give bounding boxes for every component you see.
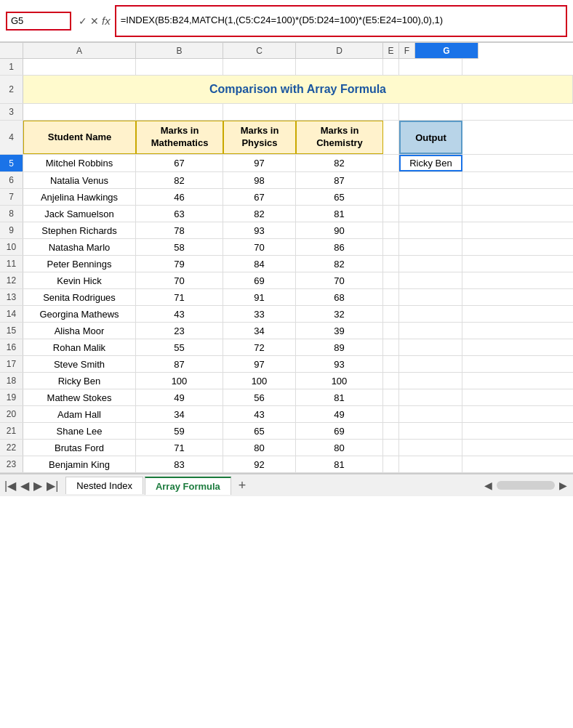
cell-reference[interactable]: G5 [6, 12, 71, 31]
cell-name-14[interactable]: Georgina Mathews [23, 306, 136, 322]
checkmark-icon[interactable]: ✓ [79, 15, 87, 27]
cell-output-22[interactable] [399, 440, 462, 456]
cell-physics-7[interactable]: 67 [223, 189, 296, 205]
cell-physics-8[interactable]: 82 [223, 206, 296, 222]
cell-chemistry-22[interactable]: 80 [296, 440, 383, 456]
cell-F-23[interactable] [383, 456, 399, 472]
cell-physics-6[interactable]: 98 [223, 172, 296, 188]
cell-math-9[interactable]: 78 [136, 222, 223, 238]
cell-name-8[interactable]: Jack Samuelson [23, 206, 136, 222]
cell-name-22[interactable]: Brutas Ford [23, 440, 136, 456]
cell-name-15[interactable]: Alisha Moor [23, 323, 136, 339]
cell-F4[interactable] [383, 121, 399, 154]
cell-physics-5[interactable]: 97 [223, 155, 296, 171]
cell-chemistry-13[interactable]: 68 [296, 289, 383, 305]
scroll-track[interactable] [497, 481, 555, 490]
formula-input[interactable]: =INDEX(B5:B24,MATCH(1,(C5:C24=100)*(D5:D… [115, 5, 567, 37]
cell-math-14[interactable]: 43 [136, 306, 223, 322]
cell-F-7[interactable] [383, 189, 399, 205]
cell-F-17[interactable] [383, 356, 399, 372]
cell-chemistry-8[interactable]: 81 [296, 206, 383, 222]
cell-output-18[interactable] [399, 373, 462, 389]
cell-physics-10[interactable]: 70 [223, 239, 296, 255]
tab-array-formula[interactable]: Array Formula [145, 477, 231, 495]
cell-math-16[interactable]: 55 [136, 339, 223, 355]
tab-nested-index[interactable]: Nested Index [65, 477, 143, 494]
cell-chemistry-17[interactable]: 93 [296, 356, 383, 372]
cell-F-22[interactable] [383, 440, 399, 456]
cell-G3[interactable] [399, 104, 462, 120]
cell-physics-9[interactable]: 93 [223, 222, 296, 238]
cell-name-17[interactable]: Steve Smith [23, 356, 136, 372]
cell-output-8[interactable] [399, 206, 462, 222]
col-header-C[interactable]: C [223, 43, 296, 59]
cell-F3[interactable] [383, 104, 399, 120]
tab-nav-right-right[interactable]: ▶| [45, 479, 60, 493]
cell-G1[interactable] [399, 59, 462, 75]
tab-navigation[interactable]: |◀ ◀ ▶ ▶| [3, 479, 60, 493]
cell-name-11[interactable]: Peter Bennings [23, 256, 136, 272]
cell-output-10[interactable] [399, 239, 462, 255]
cell-physics-15[interactable]: 34 [223, 323, 296, 339]
cell-math-13[interactable]: 71 [136, 289, 223, 305]
cell-physics-11[interactable]: 84 [223, 256, 296, 272]
cell-output-20[interactable] [399, 406, 462, 422]
cell-F-10[interactable] [383, 239, 399, 255]
cell-chemistry-12[interactable]: 70 [296, 272, 383, 288]
cell-math-18[interactable]: 100 [136, 373, 223, 389]
cell-F-9[interactable] [383, 222, 399, 238]
cell-F-6[interactable] [383, 172, 399, 188]
cell-math-5[interactable]: 67 [136, 155, 223, 171]
cell-physics-23[interactable]: 92 [223, 456, 296, 472]
cell-chemistry-23[interactable]: 81 [296, 456, 383, 472]
cell-name-9[interactable]: Stephen Richards [23, 222, 136, 238]
cell-math-11[interactable]: 79 [136, 256, 223, 272]
cell-E1[interactable] [296, 59, 383, 75]
cell-physics-20[interactable]: 43 [223, 406, 296, 422]
col-header-F[interactable]: F [399, 43, 415, 59]
cell-math-23[interactable]: 83 [136, 456, 223, 472]
tab-nav-left-left[interactable]: |◀ [3, 479, 17, 493]
cell-math-10[interactable]: 58 [136, 239, 223, 255]
cell-output-11[interactable] [399, 256, 462, 272]
cell-chemistry-5[interactable]: 82 [296, 155, 383, 171]
cell-output-23[interactable] [399, 456, 462, 472]
tab-nav-left[interactable]: ◀ [19, 479, 31, 493]
cell-F-18[interactable] [383, 373, 399, 389]
cell-name-16[interactable]: Rohan Malik [23, 339, 136, 355]
cell-math-7[interactable]: 46 [136, 189, 223, 205]
cell-name-21[interactable]: Shane Lee [23, 423, 136, 439]
cell-chemistry-14[interactable]: 32 [296, 306, 383, 322]
cell-physics-22[interactable]: 80 [223, 440, 296, 456]
col-header-A[interactable]: A [23, 43, 136, 59]
cell-physics-14[interactable]: 33 [223, 306, 296, 322]
cell-D1[interactable] [223, 59, 296, 75]
cell-chemistry-20[interactable]: 49 [296, 406, 383, 422]
cell-name-6[interactable]: Natalia Venus [23, 172, 136, 188]
cell-chemistry-7[interactable]: 65 [296, 189, 383, 205]
cell-F-14[interactable] [383, 306, 399, 322]
cell-F-5[interactable] [383, 155, 399, 171]
cell-chemistry-15[interactable]: 39 [296, 323, 383, 339]
cell-math-15[interactable]: 23 [136, 323, 223, 339]
scroll-left-arrow[interactable]: ◀ [481, 478, 495, 493]
cell-F-13[interactable] [383, 289, 399, 305]
cell-name-18[interactable]: Ricky Ben [23, 373, 136, 389]
cell-math-8[interactable]: 63 [136, 206, 223, 222]
cell-physics-12[interactable]: 69 [223, 272, 296, 288]
col-header-G[interactable]: G [415, 43, 478, 59]
cell-chemistry-21[interactable]: 69 [296, 423, 383, 439]
cell-D3[interactable] [223, 104, 296, 120]
cell-output-9[interactable] [399, 222, 462, 238]
tab-nav-right[interactable]: ▶ [32, 479, 44, 493]
cell-chemistry-9[interactable]: 90 [296, 222, 383, 238]
cell-output-17[interactable] [399, 356, 462, 372]
cell-E3[interactable] [296, 104, 383, 120]
cell-C3[interactable] [136, 104, 223, 120]
cell-F-16[interactable] [383, 339, 399, 355]
cell-physics-18[interactable]: 100 [223, 373, 296, 389]
cell-F-21[interactable] [383, 423, 399, 439]
col-header-B[interactable]: B [136, 43, 223, 59]
cell-math-6[interactable]: 82 [136, 172, 223, 188]
cell-math-20[interactable]: 34 [136, 406, 223, 422]
